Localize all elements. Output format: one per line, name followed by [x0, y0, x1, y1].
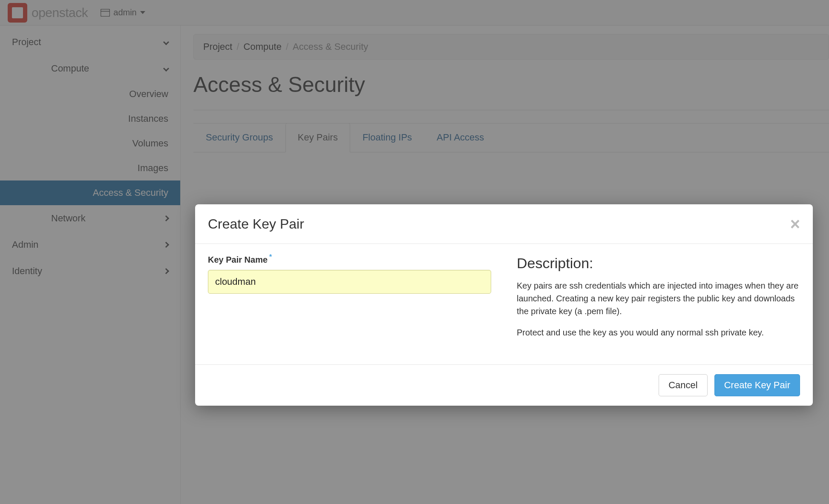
- modal-footer: Cancel Create Key Pair: [195, 365, 813, 406]
- description-text-2: Protect and use the key as you would any…: [517, 326, 800, 339]
- create-key-pair-modal: Create Key Pair × Key Pair Name * Descri…: [195, 204, 813, 406]
- description-text-1: Key pairs are ssh credentials which are …: [517, 279, 800, 318]
- modal-form: Key Pair Name *: [208, 255, 491, 347]
- create-key-pair-button[interactable]: Create Key Pair: [714, 374, 800, 396]
- modal-description: Description: Key pairs are ssh credentia…: [517, 255, 800, 347]
- key-pair-name-input[interactable]: [208, 270, 491, 294]
- required-star-icon: *: [269, 253, 272, 263]
- close-icon[interactable]: ×: [790, 215, 800, 232]
- modal-title: Create Key Pair: [208, 216, 304, 232]
- label-text: Key Pair Name: [208, 255, 268, 265]
- key-pair-name-label: Key Pair Name *: [208, 255, 272, 265]
- cancel-button[interactable]: Cancel: [659, 374, 707, 396]
- modal-header: Create Key Pair ×: [195, 204, 813, 244]
- modal-body: Key Pair Name * Description: Key pairs a…: [195, 244, 813, 365]
- description-heading: Description:: [517, 255, 800, 272]
